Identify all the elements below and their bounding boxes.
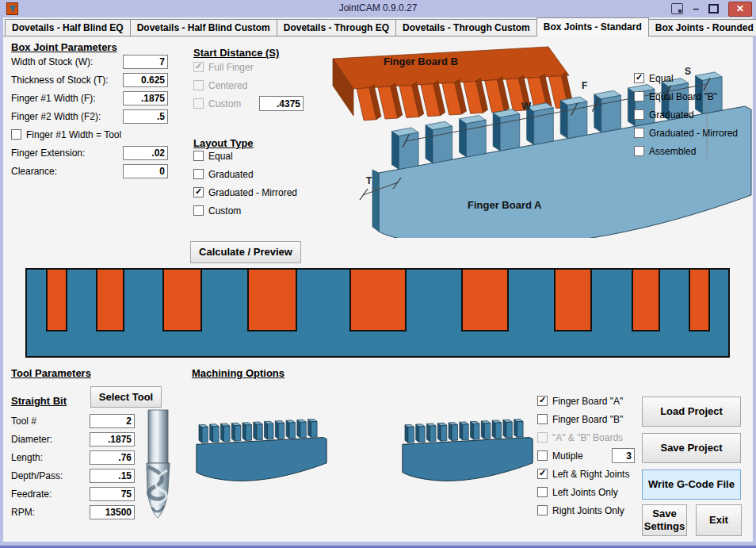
machining-finger-board-a[interactable]: Finger Board "A"	[537, 392, 656, 410]
checkbox-graduated[interactable]	[634, 109, 644, 120]
checkbox-full-finger[interactable]	[193, 62, 204, 72]
layout-type-graduated[interactable]: Graduated	[193, 165, 312, 183]
view-option-equal[interactable]: Equal	[634, 69, 751, 87]
checkbox-equal[interactable]	[193, 151, 204, 161]
board-a-left-thumbnail	[192, 416, 331, 499]
field-label: Finger #2 Width (F2):	[11, 111, 101, 122]
tab-box-joints-standard[interactable]: Box Joints - Standard	[536, 17, 649, 36]
machining-finger-board-b[interactable]: Finger Board "B"	[537, 410, 656, 428]
layout-type-equal[interactable]: Equal	[193, 147, 312, 165]
bjp-finger-1-width-tool[interactable]: Finger #1 Width = Tool	[11, 125, 168, 144]
exit-button[interactable]: Exit	[696, 504, 742, 536]
thickness-of-stock-t-input[interactable]	[123, 73, 168, 87]
checkbox-left-joints-only[interactable]	[537, 487, 548, 497]
checkbox-graduated-mirrored[interactable]	[193, 187, 204, 197]
machining-mutiple[interactable]: Mutiple	[537, 446, 656, 465]
machining-a-b-boards[interactable]: "A" & "B" Boards	[537, 428, 656, 446]
field-label: Diameter:	[11, 434, 52, 445]
checkbox-equal[interactable]	[634, 73, 644, 83]
diameter-input[interactable]	[90, 432, 135, 446]
board-face	[460, 119, 467, 157]
finger-extension-input[interactable]	[123, 146, 168, 160]
field-label: Depth/Pass:	[11, 470, 63, 481]
rpm-input[interactable]	[90, 505, 135, 519]
view-option-equal-board-b[interactable]: Equal Board "B"	[634, 87, 751, 105]
machining-right-joints-only[interactable]: Right Joints Only	[537, 501, 656, 519]
board-face	[265, 422, 268, 439]
checkbox-custom[interactable]	[193, 98, 204, 109]
width-of-stock-w-input[interactable]	[123, 55, 168, 69]
write-gcode-button[interactable]: Write G-Code File	[642, 469, 741, 500]
checkbox-finger-1-width-tool[interactable]	[11, 129, 21, 140]
board-face	[427, 423, 430, 441]
clearance-input[interactable]	[123, 164, 168, 178]
tool-input[interactable]	[90, 414, 135, 428]
layout-type-graduated-mirrored[interactable]: Graduated - Mirrored	[193, 183, 312, 201]
machining-left-right-joints[interactable]: Left & Right Joints	[537, 465, 656, 483]
start-distance-centered[interactable]: Centered	[193, 76, 312, 94]
tab-dovetails-through-eq[interactable]: Dovetails - Through EQ	[277, 19, 396, 36]
board-face	[286, 420, 289, 438]
board-face	[199, 425, 202, 443]
board-a-right-thumbnail	[398, 416, 537, 499]
close-button[interactable]: ✕	[728, 2, 752, 17]
preview-slot	[689, 268, 710, 331]
checkbox-graduated[interactable]	[193, 169, 204, 179]
select-tool-button[interactable]: Select Tool	[90, 386, 162, 408]
dimension-line	[360, 189, 368, 200]
length-input[interactable]	[90, 450, 135, 465]
view-option-assembled[interactable]: Assembled	[634, 142, 751, 160]
tab-dovetails-half-blind-custom[interactable]: Dovetails - Half Blind Custom	[130, 19, 277, 36]
board-face	[223, 426, 230, 442]
tab-dovetails-through-custom[interactable]: Dovetails - Through Custom	[395, 19, 537, 36]
checkbox-left-right-joints[interactable]	[537, 469, 548, 479]
board-face	[460, 422, 463, 439]
multiple-count-input[interactable]	[612, 448, 635, 463]
tool-row-rpm: RPM:	[11, 503, 135, 521]
finger-1-width-f-input[interactable]	[123, 91, 168, 105]
tool-parameters-panel: Tool #Diameter:Length:Depth/Pass:Feedrat…	[11, 412, 135, 521]
checkbox-label: Full Finger	[208, 62, 254, 73]
board-face	[268, 423, 274, 439]
maximize-button[interactable]	[708, 4, 719, 13]
board-face	[506, 422, 513, 438]
board-face	[254, 422, 257, 439]
tool-type-label: Straight Bit	[11, 395, 67, 407]
calculate-preview-button[interactable]: Calculate / Preview	[190, 241, 301, 263]
layout-type-custom[interactable]: Custom	[193, 201, 312, 220]
checkbox-assembled[interactable]	[634, 146, 644, 156]
app-window: JointCAM 0.9.0.27 – ✕ Dovetails - Half B…	[0, 0, 756, 548]
tab-box-joints-rounded[interactable]: Box Joints - Rounded	[648, 19, 756, 36]
thumbnail-board	[197, 420, 326, 481]
checkbox-custom[interactable]	[193, 205, 204, 216]
view-option-graduated-mirrored[interactable]: Graduated - Mirrored	[634, 124, 751, 142]
save-settings-button[interactable]: Save Settings	[642, 504, 687, 536]
bjp-row-thickness-of-stock-t: Thickness of Stock (T):	[11, 71, 168, 89]
touch-keyboard-icon[interactable]	[671, 3, 683, 14]
checkbox-right-joints-only[interactable]	[537, 505, 548, 515]
layout-type-panel: EqualGraduatedGraduated - MirroredCustom	[193, 147, 312, 220]
checkbox-finger-board-a[interactable]	[537, 396, 548, 406]
minimize-button[interactable]: –	[693, 5, 699, 13]
checkbox-mutiple[interactable]	[537, 450, 548, 461]
checkbox-finger-board-b[interactable]	[537, 414, 548, 424]
board-face	[311, 421, 318, 437]
load-project-button[interactable]: Load Project	[642, 397, 741, 427]
feedrate-input[interactable]	[90, 487, 135, 501]
finger-2-width-f2-input[interactable]	[123, 109, 168, 124]
depth-pass-input[interactable]	[90, 469, 135, 483]
field-label: Finger #1 Width (F):	[11, 93, 96, 104]
checkbox-a-b-boards[interactable]	[537, 432, 548, 443]
checkbox-equal-board-b[interactable]	[634, 91, 644, 102]
field-label: RPM:	[11, 507, 35, 518]
checkbox-centered[interactable]	[193, 80, 204, 90]
start-distance-custom-input[interactable]	[259, 96, 304, 111]
tab-dovetails-half-blind-eq[interactable]: Dovetails - Half Blind EQ	[5, 19, 131, 36]
save-project-button[interactable]: Save Project	[642, 433, 741, 463]
machining-left-joints-only[interactable]: Left Joints Only	[537, 483, 656, 501]
board-face	[405, 425, 408, 443]
tool-row-feedrate: Feedrate:	[11, 485, 135, 503]
view-option-graduated[interactable]: Graduated	[634, 105, 751, 124]
checkbox-graduated-mirrored[interactable]	[634, 128, 644, 138]
start-distance-full-finger[interactable]: Full Finger	[193, 58, 312, 76]
